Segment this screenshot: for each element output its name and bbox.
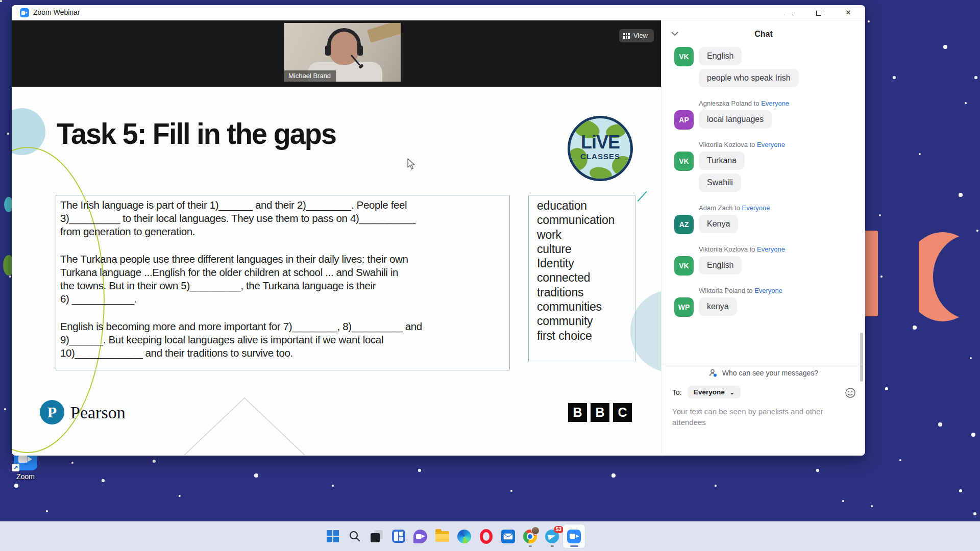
task-view-icon [371,530,383,542]
privacy-note[interactable]: Who can see your messages? [662,369,865,377]
paragraph-turkana: The Turkana people use three different l… [60,253,505,306]
search-button[interactable] [344,524,365,548]
close-button[interactable]: ✕ [837,5,860,20]
shortcut-arrow-icon: ↗ [12,464,19,471]
chat-message: English [699,47,742,65]
opera-button[interactable] [475,524,497,548]
zoom-app-icon [567,530,581,543]
recipient-link[interactable]: Everyone [761,99,789,107]
pearson-p-icon: P [40,400,64,424]
background-shelf [367,23,401,43]
desktop: ↗ Zoom Zoom Webinar ✕ [0,0,980,551]
chat-message-group: Viktoriia Kozlova to Everyone VK Turkana… [662,141,865,192]
word-item: connected [537,270,635,285]
emoji-icon[interactable] [845,387,856,398]
recipient-dropdown[interactable]: Everyone ⌄ [688,386,741,398]
word-item: communities [537,299,635,314]
telegram-icon: 53 [545,530,559,543]
chat-message: English [699,256,742,274]
windows-start-button[interactable] [322,524,344,548]
person-privacy-icon [709,369,717,377]
chat-message: people who speak Irish [699,69,799,87]
video-strip: Michael Brand View [12,20,661,87]
recipient-link[interactable]: Everyone [757,245,785,253]
chrome-button[interactable] [519,524,541,548]
zoom-app-icon [20,8,29,17]
word-item: education [537,198,635,213]
chat-message-group: Wiktoria Poland to Everyone WP kenya [662,287,865,316]
chat-message-group: VK English people who speak Irish [662,47,865,87]
chat-message: Kenya [699,215,738,233]
zoom-taskbar-button[interactable] [563,524,585,548]
telegram-badge: 53 [554,526,564,533]
recipient-link[interactable]: Everyone [742,204,770,212]
sender-name: Wiktoria Poland [699,287,745,294]
participant-name-label: Michael Brand [284,70,336,82]
avatar: VK [674,152,694,171]
sender-name: Agnieszka Poland [699,99,752,107]
chat-message: Turkana [699,152,745,170]
chat-header-title: Chat [662,30,865,39]
recipient-row: To: Everyone ⌄ [672,386,865,400]
view-button-label: View [633,32,648,39]
live-classes-logo-bottom: CLASSES [570,152,630,161]
chat-message-input[interactable]: Your text can be seen by panelists and o… [672,406,836,428]
privacy-note-text: Who can see your messages? [722,369,818,377]
sender-name: Adam Zach [699,204,732,212]
task-view-button[interactable] [365,524,387,548]
sender-name: Viktoriia Kozlova [699,245,748,253]
widgets-icon [392,530,405,543]
bbc-logo: B B C [568,403,632,422]
bbc-letter: B [591,403,609,422]
sender-line: Wiktoria Poland to Everyone [699,287,865,294]
chat-panel: Chat VK English people who speak Irish A… [662,20,865,456]
chat-message: Swahili [699,173,741,192]
view-button[interactable]: View [619,29,654,42]
word-item: community [537,314,635,328]
word-item: Identity [537,256,635,270]
teams-chat-button[interactable] [409,524,431,548]
headset-earcup-right [357,45,363,56]
headset-earcup-left [325,45,331,56]
chrome-profile-avatar [531,527,540,535]
paragraph-english: English is becoming more and more import… [60,320,505,360]
file-explorer-button[interactable] [431,524,453,548]
widgets-button[interactable] [387,524,409,548]
webinar-main-area: Michael Brand View Task 5: Fill in the g… [12,20,661,456]
word-item: culture [537,242,635,256]
avatar: VK [674,47,694,66]
sender-line: Adam Zach to Everyone [699,204,865,212]
chat-footer: Who can see your messages? To: Everyone … [662,364,865,456]
live-classes-logo-top: LiVE [570,133,630,152]
maximize-icon [816,11,821,16]
telegram-button[interactable]: 53 [541,524,563,548]
word-item: first choice [537,329,635,343]
teams-chat-icon [413,530,427,543]
sender-line: Viktoriia Kozlova to Everyone [699,141,865,148]
recipient-link[interactable]: Everyone [754,287,782,294]
word-item: traditions [537,285,635,299]
chat-message-list[interactable]: VK English people who speak Irish Agnies… [662,47,865,328]
to-connector: to [754,99,760,107]
chat-message: local languages [699,110,772,129]
to-label: To: [672,388,682,396]
mail-button[interactable] [497,524,519,548]
avatar: WP [674,297,694,317]
word-item: communication [537,213,635,227]
mouse-cursor [407,158,416,170]
presentation-slide: Task 5: Fill in the gaps The Irish langu… [12,87,661,456]
sender-name: Viktoriia Kozlova [699,141,748,148]
to-connector: to [750,245,755,253]
edge-button[interactable] [453,524,475,548]
zoom-webinar-window: Zoom Webinar ✕ Michael Brand [12,5,865,456]
running-indicator [551,545,554,547]
word-item: work [537,228,635,242]
window-title: Zoom Webinar [33,8,80,16]
desktop-shape-crescent-moon [919,232,965,321]
active-running-indicator [570,545,578,547]
desktop-speckles [0,0,2,2]
recipient-link[interactable]: Everyone [757,141,785,148]
video-thumbnail: Michael Brand [284,23,401,82]
minimize-button[interactable] [778,5,801,20]
maximize-button[interactable] [807,5,830,20]
